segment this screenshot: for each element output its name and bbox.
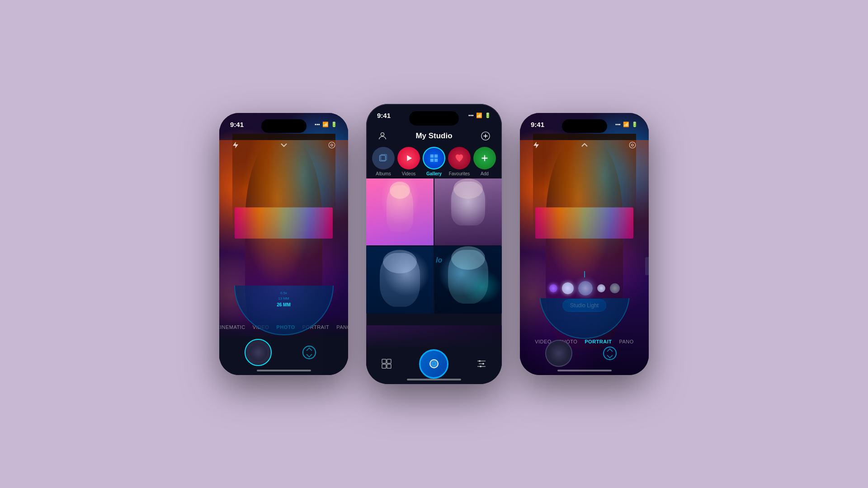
left-phone: 9:41 ▪▪▪ 📶 🔋 <box>219 113 348 375</box>
albums-icon <box>372 147 395 169</box>
battery-icon-left: 🔋 <box>331 122 337 127</box>
videos-icon <box>397 147 420 169</box>
flash-button-left[interactable] <box>228 138 243 152</box>
gallery-label: Gallery <box>426 171 442 176</box>
svg-rect-28 <box>387 364 391 368</box>
settings-button-left[interactable] <box>325 138 339 152</box>
status-bar-center: 9:41 ▪▪▪ 📶 🔋 <box>366 104 502 127</box>
lighting-dot-white[interactable] <box>562 282 574 294</box>
svg-rect-25 <box>382 359 386 363</box>
battery-icon-right: 🔋 <box>632 122 638 127</box>
gallery-tab-icon[interactable] <box>378 356 395 372</box>
flash-button-right[interactable] <box>529 138 543 152</box>
wifi-icon-left: 📶 <box>322 122 329 127</box>
top-icons-left <box>219 138 348 152</box>
wifi-icon-right: 📶 <box>623 122 629 127</box>
svg-marker-37 <box>533 142 539 149</box>
svg-point-36 <box>480 366 481 367</box>
shutter-button-right[interactable] <box>545 340 572 367</box>
shutter-inner <box>429 359 439 368</box>
right-phone: 9:41 ▪▪▪ 📶 🔋 <box>520 113 649 375</box>
tab-gallery[interactable]: Gallery <box>423 147 445 176</box>
dynamic-island-right <box>562 119 607 133</box>
gallery-grid: lo <box>366 178 502 348</box>
settings-button-right[interactable] <box>625 138 640 152</box>
svg-point-12 <box>381 133 384 136</box>
tab-videos[interactable]: Videos <box>397 147 420 176</box>
home-indicator-left <box>257 370 311 371</box>
signal-icon-center: ▪▪▪ <box>468 113 474 118</box>
svg-point-35 <box>482 363 484 365</box>
add-button-center[interactable] <box>478 129 493 143</box>
home-indicator-center <box>407 379 461 380</box>
lighting-dot-sm2[interactable] <box>610 283 620 293</box>
svg-point-29 <box>430 360 438 367</box>
svg-point-38 <box>629 142 636 148</box>
albums-label: Albums <box>376 171 391 176</box>
mode-pano-left[interactable]: PANO <box>336 324 348 330</box>
tab-favourites[interactable]: Favourites <box>448 147 471 176</box>
svg-rect-20 <box>434 155 438 158</box>
svg-marker-18 <box>407 155 412 161</box>
gallery-title: My Studio <box>415 131 452 141</box>
favourites-label: Favourites <box>449 171 470 176</box>
status-icons-left: ▪▪▪ 📶 🔋 <box>315 122 337 127</box>
videos-label: Videos <box>402 171 415 176</box>
indicator-line <box>584 271 585 277</box>
svg-rect-22 <box>434 159 438 162</box>
camera-controls-left: 0.5x 13 MM 26 MM CINEMATIC VIDEO PHOTO P… <box>219 316 348 375</box>
svg-point-34 <box>479 360 481 362</box>
svg-rect-19 <box>430 155 434 158</box>
add-label: Add <box>481 171 489 176</box>
home-indicator-right <box>557 370 612 371</box>
profile-button[interactable] <box>375 129 390 143</box>
dial-circle-right <box>539 298 630 339</box>
gallery-partial-row <box>366 325 502 348</box>
lighting-dot-purple[interactable] <box>549 284 557 292</box>
gallery-header: My Studio <box>366 129 502 143</box>
gallery-photo-4[interactable]: lo <box>434 246 502 313</box>
gallery-photo-3[interactable] <box>366 246 434 313</box>
gallery-icon <box>423 147 445 169</box>
portrait-dots-row <box>549 281 620 296</box>
dial-label-left: 0.5x 13 MM 26 MM <box>277 291 291 308</box>
svg-point-39 <box>632 144 634 146</box>
gallery-photo-2[interactable] <box>434 178 502 245</box>
favourites-icon <box>448 147 471 169</box>
shutter-button-center[interactable] <box>419 349 448 379</box>
phones-container: 9:41 ▪▪▪ 📶 🔋 <box>219 104 649 384</box>
chevron-button-right[interactable] <box>577 138 592 152</box>
add-icon <box>473 147 496 169</box>
signal-icon-right: ▪▪▪ <box>615 122 621 127</box>
gallery-photo-1[interactable] <box>366 178 434 245</box>
svg-point-2 <box>331 144 333 146</box>
status-icons-center: ▪▪▪ 📶 🔋 <box>468 113 491 118</box>
tab-add[interactable]: Add <box>473 147 496 176</box>
chevron-button-left[interactable] <box>277 138 291 152</box>
shutter-button-left[interactable] <box>245 339 272 366</box>
settings-tab-icon[interactable] <box>473 356 490 372</box>
time-left: 9:41 <box>230 121 244 128</box>
svg-point-1 <box>329 142 335 148</box>
svg-rect-26 <box>387 359 391 363</box>
time-right: 9:41 <box>531 121 544 128</box>
top-icons-right <box>520 138 649 152</box>
lighting-dot-sm1[interactable] <box>597 284 605 292</box>
tab-albums[interactable]: Albums <box>372 147 395 176</box>
album-tabs: Albums Videos <box>366 147 502 176</box>
svg-rect-27 <box>382 364 386 368</box>
flip-button-left[interactable] <box>296 339 323 366</box>
svg-rect-21 <box>430 159 434 162</box>
status-icons-right: ▪▪▪ 📶 🔋 <box>615 122 638 127</box>
wifi-icon-center: 📶 <box>476 113 482 118</box>
flip-button-right[interactable] <box>596 340 623 367</box>
signal-icon-left: ▪▪▪ <box>315 122 320 127</box>
svg-marker-0 <box>233 142 238 149</box>
battery-icon-center: 🔋 <box>485 113 491 118</box>
lighting-dot-selected[interactable] <box>578 281 593 296</box>
edge-strip-right <box>645 257 649 275</box>
bottom-buttons-left <box>219 339 348 366</box>
center-phone: 9:41 ▪▪▪ 📶 🔋 My Studio <box>366 104 502 384</box>
dial-right <box>539 298 630 339</box>
dial-left: 0.5x 13 MM 26 MM <box>234 286 334 335</box>
